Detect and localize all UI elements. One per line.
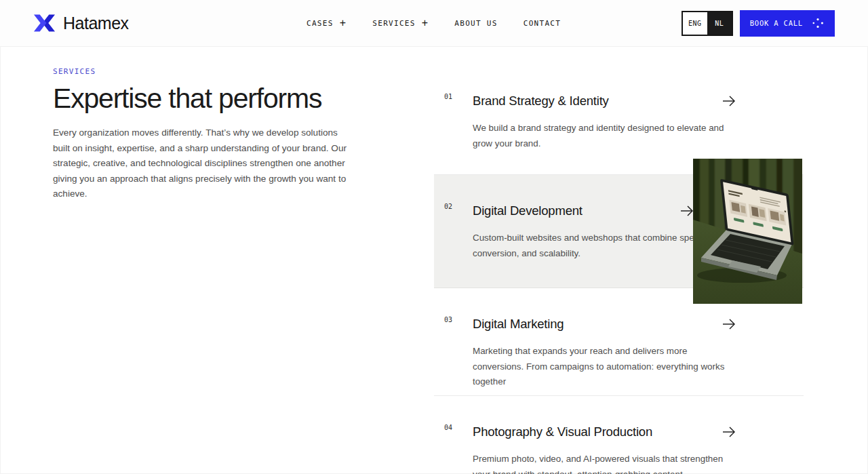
- service-description: We build a brand strategy and identity d…: [473, 121, 736, 151]
- page-title: Expertise that performs: [53, 83, 361, 114]
- nav-label: CASES: [307, 19, 334, 28]
- header-right: ENG NL BOOK A CALL: [682, 10, 835, 37]
- service-row-photography[interactable]: 04 Photography & Visual Production Premi…: [434, 396, 804, 474]
- hero-description: Every organization moves differently. Th…: [53, 125, 357, 202]
- plus-icon: +: [340, 18, 347, 28]
- language-switcher: ENG NL: [682, 11, 733, 36]
- service-description: Marketing that expands your reach and de…: [473, 344, 736, 390]
- lang-option-eng[interactable]: ENG: [683, 12, 707, 35]
- service-description: Premium photo, video, and AI-powered vis…: [473, 452, 736, 474]
- page: Hatamex CASES + SERVICES + ABOUT US CONT…: [0, 0, 868, 474]
- service-number: 01: [444, 93, 452, 100]
- service-number: 04: [444, 424, 452, 431]
- logo[interactable]: Hatamex: [33, 14, 129, 33]
- arrow-right-icon[interactable]: [722, 96, 736, 106]
- service-title: Digital Development: [473, 203, 583, 218]
- arrow-right-icon[interactable]: [722, 319, 736, 330]
- logo-icon: [33, 14, 56, 32]
- nav-item-services[interactable]: SERVICES +: [372, 19, 429, 28]
- cta-label: BOOK A CALL: [750, 19, 803, 27]
- main-nav: CASES + SERVICES + ABOUT US CONTACT: [307, 0, 561, 47]
- nav-item-about-us[interactable]: ABOUT US: [454, 19, 497, 28]
- header: Hatamex CASES + SERVICES + ABOUT US CONT…: [0, 0, 868, 47]
- service-preview-image: [693, 159, 802, 304]
- section-eyebrow: SERVICES: [53, 67, 361, 76]
- logo-text: Hatamex: [63, 14, 129, 33]
- service-title: Brand Strategy & Identity: [473, 94, 609, 108]
- arrow-right-icon[interactable]: [680, 205, 694, 216]
- dotted-arrow-icon: [812, 17, 825, 29]
- nav-label: ABOUT US: [454, 19, 497, 28]
- arrow-right-icon[interactable]: [722, 427, 736, 437]
- nav-item-contact[interactable]: CONTACT: [524, 19, 561, 28]
- book-a-call-button[interactable]: BOOK A CALL: [740, 10, 835, 37]
- lang-option-nl[interactable]: NL: [707, 12, 732, 35]
- hero-section: SERVICES Expertise that performs Every o…: [53, 67, 361, 202]
- service-title: Digital Marketing: [473, 317, 564, 332]
- nav-label: CONTACT: [524, 19, 561, 28]
- service-number: 02: [444, 203, 452, 210]
- nav-label: SERVICES: [372, 19, 415, 28]
- service-number: 03: [444, 316, 452, 323]
- plus-icon: +: [422, 18, 429, 28]
- nav-item-cases[interactable]: CASES +: [307, 19, 347, 28]
- service-title: Photography & Visual Production: [473, 424, 652, 439]
- service-row-digital-marketing[interactable]: 03 Digital Marketing Marketing that expa…: [434, 288, 804, 396]
